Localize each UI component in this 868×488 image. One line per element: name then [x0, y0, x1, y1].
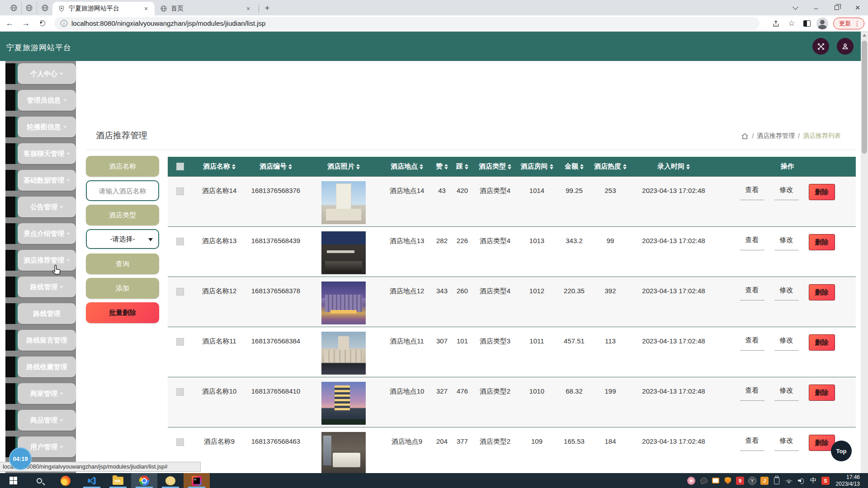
more-menu-icon[interactable]: ⋮ — [854, 20, 860, 27]
taskbar-chrome[interactable] — [131, 473, 157, 488]
batch-delete-button[interactable]: 批量删除 — [86, 302, 159, 323]
sidebar-item[interactable]: 个人中心 — [5, 63, 76, 84]
col-time[interactable]: 录入时间 — [628, 162, 719, 171]
sidebar-item[interactable]: 客服聊天管理 — [5, 143, 76, 164]
tray-dish-icon[interactable] — [699, 477, 708, 485]
sidebar-item[interactable]: 商家管理 — [5, 383, 76, 404]
back-button[interactable]: ← — [3, 17, 16, 30]
sort-icon[interactable] — [288, 164, 292, 169]
row-checkbox[interactable] — [176, 288, 184, 296]
sidebar-item[interactable]: 路线管理 — [5, 277, 76, 297]
tab-inactive[interactable]: 首页 × — [155, 2, 257, 15]
url-bar[interactable]: i localhost:8080/ningxialvyouwangzhan/js… — [54, 17, 760, 30]
browser-menu-chevron[interactable] — [785, 0, 806, 15]
back-to-top-button[interactable]: Top — [831, 441, 852, 461]
taskbar-intellij[interactable]: IJ — [184, 473, 210, 488]
taskbar-clock[interactable]: 17:46 2023/4/13 — [834, 474, 863, 488]
taskbar-firefox[interactable] — [52, 473, 79, 488]
tray-y-icon[interactable]: Y — [748, 477, 756, 485]
sidebar-item[interactable]: 路线收藏管理 — [5, 357, 76, 377]
edit-link[interactable]: 修改 — [774, 435, 799, 451]
tray-wifi-icon[interactable] — [785, 477, 793, 485]
col-likes[interactable]: 赞 — [432, 162, 452, 171]
sidebar-item[interactable]: 商品管理 — [5, 410, 76, 431]
row-checkbox[interactable] — [176, 438, 184, 446]
user-button[interactable] — [837, 38, 854, 55]
tray-java-icon[interactable]: J — [760, 477, 769, 485]
tray-ime-indicator[interactable]: 中 — [809, 477, 817, 485]
tab-close-icon[interactable]: × — [142, 5, 150, 13]
delete-button[interactable]: 删除 — [809, 334, 835, 351]
sort-icon[interactable] — [444, 164, 448, 169]
sort-icon[interactable] — [232, 164, 236, 169]
close-button[interactable]: × — [847, 0, 868, 15]
tray-sogou-icon[interactable]: 9 — [736, 477, 744, 485]
col-hotel-type[interactable]: 酒店类型 — [472, 162, 518, 171]
tray-flower-icon[interactable] — [687, 477, 695, 485]
fullscreen-button[interactable] — [812, 38, 829, 55]
edit-link[interactable]: 修改 — [774, 385, 799, 401]
edit-link[interactable]: 修改 — [774, 334, 799, 351]
col-hotel-photo[interactable]: 酒店照片 — [305, 162, 382, 171]
tray-usb-icon[interactable] — [773, 477, 781, 485]
view-link[interactable]: 查看 — [740, 334, 764, 351]
sidebar-item[interactable]: 基础数据管理 — [5, 170, 76, 191]
delete-button[interactable]: 删除 — [809, 184, 835, 200]
minimize-button[interactable]: – — [806, 0, 826, 15]
new-tab-button[interactable]: + — [261, 2, 274, 14]
side-panel-button[interactable] — [801, 17, 813, 30]
tray-s-icon[interactable]: S — [821, 477, 830, 485]
sort-icon[interactable] — [356, 164, 360, 169]
chrome-update-button[interactable]: 更新 ⋮ — [833, 18, 864, 29]
delete-button[interactable]: 删除 — [809, 385, 835, 401]
delete-button[interactable]: 删除 — [809, 284, 835, 300]
start-button[interactable] — [0, 473, 26, 488]
select-all-checkbox[interactable] — [176, 163, 184, 170]
edit-link[interactable]: 修改 — [774, 234, 799, 250]
tray-window-icon[interactable] — [712, 477, 720, 485]
sidebar-item[interactable]: 公告管理 — [5, 197, 76, 217]
edit-link[interactable]: 修改 — [774, 284, 799, 300]
profile-button[interactable] — [816, 17, 829, 30]
sidebar-item[interactable]: 管理员信息 — [5, 90, 76, 111]
row-checkbox[interactable] — [176, 188, 184, 195]
sort-icon[interactable] — [420, 164, 423, 169]
pinned-tab[interactable] — [22, 1, 37, 14]
bookmark-button[interactable]: ☆ — [785, 17, 798, 30]
sidebar-item[interactable]: 路线留言管理 — [5, 330, 76, 351]
restore-button[interactable] — [826, 0, 847, 15]
reload-button[interactable] — [35, 17, 49, 30]
sidebar-item[interactable]: 路线管理 — [5, 303, 76, 324]
page-scrollbar[interactable] — [861, 32, 868, 473]
sidebar-item[interactable]: 景点介绍管理 — [5, 223, 76, 244]
view-link[interactable]: 查看 — [740, 435, 764, 451]
sidebar-item[interactable]: 轮播图信息 — [5, 117, 76, 137]
view-link[interactable]: 查看 — [740, 234, 764, 250]
sort-icon[interactable] — [465, 164, 468, 169]
share-button[interactable] — [770, 17, 783, 30]
col-hotel-room[interactable]: 酒店房间 — [518, 162, 556, 171]
view-link[interactable]: 查看 — [740, 284, 764, 300]
sort-icon[interactable] — [508, 164, 511, 169]
taskbar-navicat[interactable] — [157, 473, 184, 488]
taskbar-vscode[interactable] — [79, 473, 105, 488]
sidebar-item[interactable]: 酒店推荐管理 — [5, 250, 76, 271]
edit-link[interactable]: 修改 — [774, 184, 799, 200]
hotel-type-select[interactable]: -请选择- — [86, 229, 159, 249]
delete-button[interactable]: 删除 — [809, 234, 835, 250]
pinned-tab[interactable] — [37, 1, 52, 14]
col-hotel-location[interactable]: 酒店地点 — [382, 162, 432, 171]
col-dislikes[interactable]: 踩 — [452, 162, 472, 171]
col-hotel-name[interactable]: 酒店名称 — [192, 162, 246, 171]
home-icon[interactable] — [741, 132, 749, 140]
tab-close-icon[interactable]: × — [244, 5, 252, 13]
tray-volume-icon[interactable] — [797, 477, 805, 485]
pinned-tab[interactable] — [6, 1, 22, 14]
sort-icon[interactable] — [623, 164, 627, 169]
view-link[interactable]: 查看 — [740, 385, 764, 401]
sort-icon[interactable] — [580, 164, 584, 169]
scrollbar-thumb[interactable] — [862, 41, 867, 154]
col-heat[interactable]: 酒店热度 — [592, 162, 628, 171]
query-button[interactable]: 查询 — [86, 253, 159, 274]
row-checkbox[interactable] — [176, 238, 184, 245]
